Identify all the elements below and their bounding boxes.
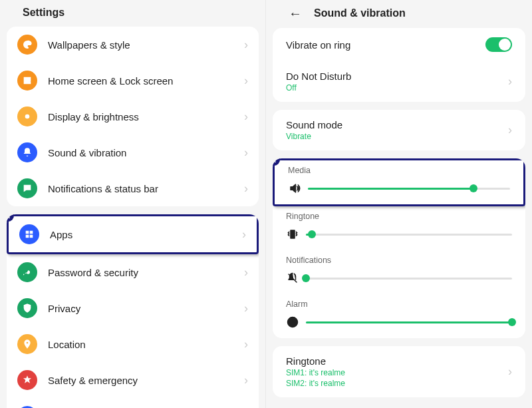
settings-item-label: Notifications & status bar: [48, 183, 244, 194]
palette-icon: [17, 35, 37, 55]
volume-slider-ringtone[interactable]: [306, 228, 512, 241]
chevron-right-icon: ›: [244, 266, 248, 280]
vibrate-on-ring-label: Vibrate on ring: [286, 39, 485, 51]
key-icon: [17, 262, 37, 282]
volume-alarm: Alarm: [273, 294, 525, 338]
sun-icon: [17, 106, 37, 126]
settings-item-privacy[interactable]: Privacy›: [7, 290, 259, 326]
settings-item-label: Home screen & Lock screen: [48, 75, 244, 87]
annotation-badge: 2: [273, 158, 280, 166]
volume-slider-media[interactable]: [308, 182, 510, 195]
settings-item-label: Safety & emergency: [48, 375, 244, 386]
back-arrow-icon[interactable]: ←: [289, 7, 302, 20]
ringtone-row[interactable]: Ringtone SIM1: it's realme SIM2: it's re…: [273, 346, 525, 397]
settings-item-sound-vibration[interactable]: Sound & vibration›: [7, 134, 259, 170]
sound-mode-label: Sound mode: [286, 119, 508, 130]
volume-slider-alarm[interactable]: [306, 315, 512, 329]
ringtone-sim2: SIM2: it's realme: [286, 379, 508, 388]
shield-icon: [17, 298, 37, 318]
image-icon: [17, 71, 37, 91]
volume-ringtone: Ringtone: [273, 206, 525, 250]
settings-item-label: Sound & vibration: [48, 147, 244, 158]
vibrate-on-ring-row[interactable]: Vibrate on ring: [273, 28, 525, 61]
volume-notifications: Notifications: [273, 250, 525, 294]
volume-label: Alarm: [286, 300, 512, 309]
volume-media: Media2: [273, 158, 525, 206]
settings-item-label: Privacy: [48, 303, 244, 314]
settings-item-password-security[interactable]: Password & security›: [7, 254, 259, 290]
ringtone-label: Ringtone: [286, 355, 508, 367]
dnd-status: Off: [286, 83, 508, 93]
chevron-right-icon: ›: [508, 123, 512, 137]
sound-vibration-header: ← Sound & vibration: [266, 0, 532, 28]
settings-item-label: Location: [48, 339, 244, 350]
settings-item-notifications-statusbar[interactable]: Notifications & status bar›: [7, 170, 259, 206]
settings-item-safety-emergency[interactable]: Safety & emergency›: [7, 362, 259, 398]
settings-item-apps[interactable]: Apps›1: [7, 214, 259, 254]
bell-icon: [17, 142, 37, 162]
clock-icon: [286, 316, 299, 328]
chevron-right-icon: ›: [244, 302, 248, 315]
chevron-right-icon: ›: [242, 228, 246, 242]
chevron-right-icon: ›: [508, 75, 512, 89]
volume-label: Ringtone: [286, 212, 512, 221]
settings-item-display-brightness[interactable]: Display & brightness›: [7, 99, 259, 134]
do-not-disturb-row[interactable]: Do Not Disturb Off ›: [273, 61, 525, 102]
vibrate-on-ring-toggle[interactable]: [485, 37, 512, 52]
chevron-right-icon: ›: [244, 74, 248, 88]
settings-item-location[interactable]: Location›: [7, 326, 259, 362]
annotation-badge: 1: [7, 214, 14, 222]
chevron-right-icon: ›: [244, 146, 248, 160]
chevron-right-icon: ›: [244, 110, 248, 124]
dnd-label: Do Not Disturb: [286, 71, 508, 82]
ringtone-sim1: SIM1: it's realme: [286, 368, 508, 377]
chevron-right-icon: ›: [508, 365, 512, 379]
chevron-right-icon: ›: [244, 38, 248, 52]
chevron-right-icon: ›: [244, 337, 248, 351]
pin-icon: [17, 334, 37, 354]
settings-item-home-lock[interactable]: Home screen & Lock screen›: [7, 63, 259, 99]
volume-slider-notifications[interactable]: [306, 272, 512, 285]
settings-item-label: Apps: [50, 229, 242, 240]
grid-icon: [19, 224, 39, 244]
chat-icon: [17, 178, 37, 198]
speaker-icon: [288, 182, 301, 194]
star-icon: [17, 370, 37, 390]
settings-item-wallpapers-style[interactable]: Wallpapers & style›: [7, 27, 259, 63]
settings-item-label: Display & brightness: [48, 111, 244, 122]
sound-mode-status: Vibrate: [286, 132, 508, 141]
bell-off-icon: [286, 272, 299, 284]
settings-item-label: Wallpapers & style: [48, 39, 244, 51]
chevron-right-icon: ›: [244, 373, 248, 387]
settings-title: Settings: [0, 0, 265, 27]
vibrate-icon: [286, 228, 299, 240]
sound-mode-row[interactable]: Sound mode Vibrate ›: [273, 110, 525, 150]
volume-label: Media: [288, 166, 510, 175]
chevron-right-icon: ›: [244, 182, 248, 196]
settings-item-label: Password & security: [48, 267, 244, 278]
settings-item-battery[interactable]: Battery›: [7, 398, 259, 408]
volume-label: Notifications: [286, 256, 512, 265]
